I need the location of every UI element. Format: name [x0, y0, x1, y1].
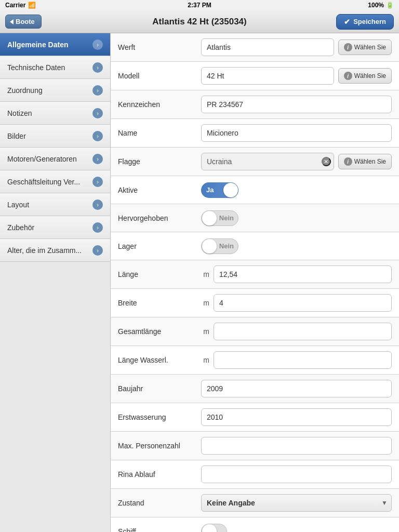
- status-left: Carrier 📶: [5, 2, 36, 9]
- flagge-wahlen-label: Wählen Sie: [354, 158, 386, 165]
- name-label: Name: [118, 129, 201, 137]
- sidebar-item-motoren-generatoren[interactable]: Motoren/Generatoren ›: [0, 148, 110, 170]
- modell-label: Modell: [118, 72, 201, 80]
- schiff-toggle-container: [201, 524, 227, 532]
- name-input-area: [201, 124, 392, 142]
- laenge-wasserl-input[interactable]: [214, 351, 392, 369]
- baujahr-input-area: [201, 380, 392, 397]
- flagge-input-area: ✕ i Wählen Sie: [201, 153, 392, 170]
- hervorgehoben-toggle[interactable]: Nein: [201, 210, 238, 226]
- sidebar-label: Bilder: [7, 132, 26, 140]
- hervorgehoben-input-area: Nein: [201, 210, 392, 226]
- sidebar-chevron-icon: ›: [92, 200, 103, 210]
- flagge-input-wrapper: ✕: [201, 153, 334, 170]
- modell-input-area: i Wählen Sie: [201, 67, 392, 85]
- form-row-breite: Breite m: [111, 289, 399, 317]
- sidebar-label: Motoren/Generatoren: [7, 155, 77, 163]
- carrier-label: Carrier: [5, 2, 25, 9]
- werft-input[interactable]: [201, 38, 334, 56]
- info-icon: i: [344, 157, 352, 166]
- sidebar-chevron-icon: ›: [92, 222, 103, 233]
- modell-input[interactable]: [201, 67, 334, 85]
- rina-ablauf-input[interactable]: [201, 466, 392, 483]
- schiff-toggle-knob: [202, 524, 217, 532]
- werft-wahlen-button[interactable]: i Wählen Sie: [338, 39, 392, 55]
- breite-label: Breite: [118, 299, 201, 307]
- gesamtlaenge-label: Gesamtlänge: [118, 327, 201, 336]
- back-button[interactable]: Boote: [5, 15, 42, 29]
- erstwasserung-input[interactable]: [201, 408, 392, 426]
- back-label: Boote: [16, 18, 35, 25]
- schiff-input-area: [201, 524, 392, 532]
- kennzeichen-label: Kennzeichen: [118, 100, 201, 109]
- sidebar-chevron-icon: ›: [92, 108, 103, 118]
- sidebar-label: Alter, die im Zusamm...: [7, 246, 82, 255]
- laenge-input-area: m: [201, 265, 392, 283]
- lager-toggle-knob: [202, 239, 217, 254]
- kennzeichen-input[interactable]: [201, 96, 392, 113]
- zustand-input-area: Keine Angabe Neu Sehr gut Gut ▼: [201, 494, 392, 512]
- aktive-toggle[interactable]: Ja: [201, 182, 238, 198]
- kennzeichen-input-area: [201, 96, 392, 113]
- sidebar-item-zuordnung[interactable]: Zuordnung ›: [0, 79, 110, 102]
- breite-input[interactable]: [214, 294, 392, 312]
- form-row-hervorgehoben: Hervorgehoben Nein: [111, 204, 399, 232]
- gesamtlaenge-input[interactable]: [214, 323, 392, 340]
- form-row-kennzeichen: Kennzeichen: [111, 90, 399, 119]
- werft-wahlen-label: Wählen Sie: [354, 44, 386, 51]
- battery-label: 100%: [368, 2, 384, 9]
- save-label: Speichern: [353, 18, 386, 25]
- sidebar-item-notizen[interactable]: Notizen ›: [0, 102, 110, 125]
- hervorgehoben-toggle-container: Nein: [201, 210, 238, 226]
- lager-input-area: Nein: [201, 238, 392, 254]
- werft-input-area: i Wählen Sie: [201, 38, 392, 56]
- zustand-select[interactable]: Keine Angabe Neu Sehr gut Gut: [201, 494, 392, 512]
- max-personenzahl-input-area: [201, 437, 392, 455]
- name-input[interactable]: [201, 124, 392, 142]
- zustand-select-wrapper: Keine Angabe Neu Sehr gut Gut ▼: [201, 494, 392, 512]
- sidebar-item-allgemeine-daten[interactable]: Allgemeine Daten ›: [0, 33, 110, 56]
- sidebar-item-geschaeftsleitung[interactable]: Geschäftsleitung Ver... ›: [0, 170, 110, 193]
- flagge-wahlen-button[interactable]: i Wählen Sie: [338, 154, 392, 169]
- sidebar-item-alter[interactable]: Alter, die im Zusamm... ›: [0, 239, 110, 262]
- sidebar-chevron-icon: ›: [92, 62, 103, 73]
- hervorgehoben-toggle-knob: [202, 211, 217, 225]
- sidebar-label: Notizen: [7, 109, 32, 117]
- main-layout: Allgemeine Daten › Technische Daten › Zu…: [0, 33, 399, 532]
- save-button[interactable]: ✔ Speichern: [336, 14, 394, 30]
- baujahr-input[interactable]: [201, 380, 392, 397]
- gesamtlaenge-input-area: m: [201, 323, 392, 340]
- modell-wahlen-button[interactable]: i Wählen Sie: [338, 68, 392, 84]
- gesamtlaenge-unit: m: [201, 327, 209, 336]
- sidebar-chevron-icon: ›: [92, 177, 103, 187]
- checkmark-icon: ✔: [344, 18, 350, 26]
- lager-toggle[interactable]: Nein: [201, 238, 238, 254]
- status-time: 2:37 PM: [188, 2, 211, 9]
- sidebar-chevron-icon: ›: [92, 131, 103, 141]
- back-arrow-icon: [10, 19, 14, 24]
- zustand-label: Zustand: [118, 499, 201, 507]
- breite-unit: m: [201, 299, 209, 307]
- flagge-input[interactable]: [201, 153, 334, 170]
- form-row-gesamtlaenge: Gesamtlänge m: [111, 317, 399, 346]
- sidebar-item-bilder[interactable]: Bilder ›: [0, 125, 110, 148]
- lager-off-label: Nein: [219, 242, 234, 250]
- laenge-input[interactable]: [214, 265, 392, 283]
- schiff-toggle[interactable]: [201, 524, 227, 532]
- max-personenzahl-label: Max. Personenzahl: [118, 442, 201, 450]
- form-row-flagge: Flagge ✕ i Wählen Sie: [111, 148, 399, 176]
- flagge-clear-button[interactable]: ✕: [322, 157, 331, 166]
- modell-wahlen-label: Wählen Sie: [354, 72, 386, 79]
- aktive-toggle-knob: [223, 183, 238, 197]
- sidebar-label: Zuordnung: [7, 86, 43, 95]
- hervorgehoben-off-label: Nein: [219, 214, 234, 222]
- rina-ablauf-input-area: [201, 466, 392, 483]
- form-row-name: Name: [111, 119, 399, 148]
- laenge-wasserl-unit: m: [201, 356, 209, 364]
- form-row-baujahr: Baujahr: [111, 375, 399, 403]
- sidebar-item-zubehoer[interactable]: Zubehör ›: [0, 216, 110, 239]
- laenge-wasserl-label: Länge Wasserl.: [118, 356, 201, 364]
- sidebar-item-layout[interactable]: Layout ›: [0, 193, 110, 216]
- sidebar-item-technische-daten[interactable]: Technische Daten ›: [0, 56, 110, 79]
- max-personenzahl-input[interactable]: [201, 437, 392, 455]
